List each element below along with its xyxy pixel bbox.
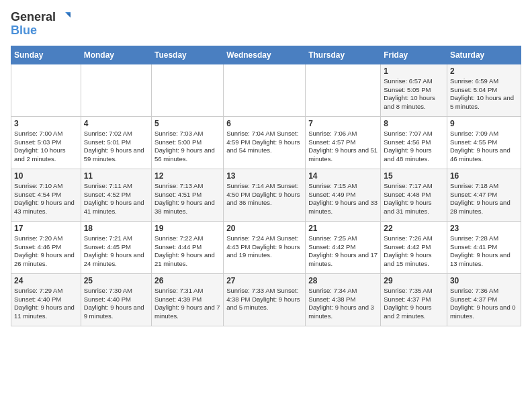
day-number: 3 (14, 119, 78, 128)
calendar-cell: 22Sunrise: 7:26 AM Sunset: 4:42 PM Dayli… (381, 221, 447, 273)
calendar-cell: 5Sunrise: 7:03 AM Sunset: 5:00 PM Daylig… (151, 116, 223, 169)
calendar-cell: 18Sunrise: 7:21 AM Sunset: 4:45 PM Dayli… (81, 221, 151, 273)
logo-text-blue: Blue (11, 24, 37, 38)
calendar-cell: 24Sunrise: 7:29 AM Sunset: 4:40 PM Dayli… (11, 273, 81, 326)
calendar-cell (11, 64, 81, 116)
calendar-cell: 21Sunrise: 7:25 AM Sunset: 4:42 PM Dayli… (306, 221, 381, 273)
day-number: 11 (84, 171, 148, 181)
day-info: Sunrise: 7:26 AM Sunset: 4:42 PM Dayligh… (384, 234, 444, 269)
day-number: 1 (384, 66, 444, 76)
day-info: Sunrise: 7:13 AM Sunset: 4:51 PM Dayligh… (154, 182, 220, 216)
calendar-body: 1Sunrise: 6:57 AM Sunset: 5:05 PM Daylig… (11, 64, 521, 326)
day-info: Sunrise: 7:18 AM Sunset: 4:47 PM Dayligh… (450, 182, 518, 216)
day-info: Sunrise: 7:11 AM Sunset: 4:52 PM Dayligh… (84, 182, 148, 216)
calendar-cell: 27Sunrise: 7:33 AM Sunset: 4:38 PM Dayli… (224, 273, 306, 326)
day-info: Sunrise: 6:57 AM Sunset: 5:05 PM Dayligh… (384, 77, 444, 111)
day-info: Sunrise: 7:33 AM Sunset: 4:38 PM Dayligh… (226, 287, 302, 312)
calendar-cell: 6Sunrise: 7:04 AM Sunset: 4:59 PM Daylig… (224, 116, 306, 169)
weekday-header-wednesday: Wednesday (224, 46, 306, 64)
day-info: Sunrise: 7:14 AM Sunset: 4:50 PM Dayligh… (226, 182, 302, 208)
calendar-cell: 23Sunrise: 7:28 AM Sunset: 4:41 PM Dayli… (447, 221, 521, 273)
day-info: Sunrise: 7:02 AM Sunset: 5:01 PM Dayligh… (84, 130, 148, 164)
logo-text-general: General (11, 11, 56, 24)
day-info: Sunrise: 7:29 AM Sunset: 4:40 PM Dayligh… (14, 287, 78, 321)
day-number: 9 (450, 119, 518, 128)
weekday-header-thursday: Thursday (306, 46, 381, 64)
day-number: 14 (308, 171, 378, 181)
day-info: Sunrise: 7:10 AM Sunset: 4:54 PM Dayligh… (14, 182, 78, 216)
weekday-header-monday: Monday (81, 46, 151, 64)
day-info: Sunrise: 7:15 AM Sunset: 4:49 PM Dayligh… (308, 182, 378, 216)
day-info: Sunrise: 7:21 AM Sunset: 4:45 PM Dayligh… (84, 234, 148, 269)
day-info: Sunrise: 7:03 AM Sunset: 5:00 PM Dayligh… (154, 130, 220, 164)
day-info: Sunrise: 7:22 AM Sunset: 4:44 PM Dayligh… (154, 234, 220, 269)
calendar-cell: 11Sunrise: 7:11 AM Sunset: 4:52 PM Dayli… (81, 169, 151, 221)
day-info: Sunrise: 7:09 AM Sunset: 4:55 PM Dayligh… (450, 130, 518, 164)
calendar-cell: 3Sunrise: 7:00 AM Sunset: 5:03 PM Daylig… (11, 116, 81, 169)
day-number: 12 (154, 171, 220, 181)
calendar-table: SundayMondayTuesdayWednesdayThursdayFrid… (11, 46, 521, 326)
calendar-cell: 14Sunrise: 7:15 AM Sunset: 4:49 PM Dayli… (306, 169, 381, 221)
calendar-cell: 29Sunrise: 7:35 AM Sunset: 4:37 PM Dayli… (381, 273, 447, 326)
calendar-week-2: 10Sunrise: 7:10 AM Sunset: 4:54 PM Dayli… (11, 169, 521, 221)
day-number: 21 (308, 224, 378, 233)
day-number: 15 (384, 171, 444, 181)
day-info: Sunrise: 6:59 AM Sunset: 5:04 PM Dayligh… (450, 77, 518, 111)
day-number: 30 (450, 276, 518, 285)
calendar-week-3: 17Sunrise: 7:20 AM Sunset: 4:46 PM Dayli… (11, 221, 521, 273)
day-number: 17 (14, 224, 78, 233)
calendar-cell: 19Sunrise: 7:22 AM Sunset: 4:44 PM Dayli… (151, 221, 223, 273)
logo-bird-icon (57, 11, 71, 24)
calendar-cell: 15Sunrise: 7:17 AM Sunset: 4:48 PM Dayli… (381, 169, 447, 221)
day-info: Sunrise: 7:31 AM Sunset: 4:39 PM Dayligh… (154, 287, 220, 321)
calendar-cell: 26Sunrise: 7:31 AM Sunset: 4:39 PM Dayli… (151, 273, 223, 326)
calendar-cell: 10Sunrise: 7:10 AM Sunset: 4:54 PM Dayli… (11, 169, 81, 221)
calendar-cell: 9Sunrise: 7:09 AM Sunset: 4:55 PM Daylig… (447, 116, 521, 169)
day-number: 5 (154, 119, 220, 128)
day-info: Sunrise: 7:07 AM Sunset: 4:56 PM Dayligh… (384, 130, 444, 164)
calendar-cell: 2Sunrise: 6:59 AM Sunset: 5:04 PM Daylig… (447, 64, 521, 116)
calendar-cell (81, 64, 151, 116)
day-number: 10 (14, 171, 78, 181)
day-number: 25 (84, 276, 148, 285)
calendar-cell: 30Sunrise: 7:36 AM Sunset: 4:37 PM Dayli… (447, 273, 521, 326)
day-number: 26 (154, 276, 220, 285)
day-info: Sunrise: 7:34 AM Sunset: 4:38 PM Dayligh… (308, 287, 378, 321)
day-number: 8 (384, 119, 444, 128)
day-number: 16 (450, 171, 518, 181)
day-number: 28 (308, 276, 378, 285)
day-number: 7 (308, 119, 378, 128)
weekday-header-friday: Friday (381, 46, 447, 64)
day-info: Sunrise: 7:28 AM Sunset: 4:41 PM Dayligh… (450, 234, 518, 269)
day-info: Sunrise: 7:20 AM Sunset: 4:46 PM Dayligh… (14, 234, 78, 269)
weekday-header-row: SundayMondayTuesdayWednesdayThursdayFrid… (11, 46, 521, 64)
day-number: 19 (154, 224, 220, 233)
calendar-cell: 7Sunrise: 7:06 AM Sunset: 4:57 PM Daylig… (306, 116, 381, 169)
logo: General Blue (11, 11, 71, 38)
day-number: 23 (450, 224, 518, 233)
header: General Blue (11, 11, 521, 38)
day-info: Sunrise: 7:36 AM Sunset: 4:37 PM Dayligh… (450, 287, 518, 321)
calendar-cell (306, 64, 381, 116)
calendar-week-1: 3Sunrise: 7:00 AM Sunset: 5:03 PM Daylig… (11, 116, 521, 169)
day-number: 24 (14, 276, 78, 285)
calendar-cell: 8Sunrise: 7:07 AM Sunset: 4:56 PM Daylig… (381, 116, 447, 169)
calendar-cell: 4Sunrise: 7:02 AM Sunset: 5:01 PM Daylig… (81, 116, 151, 169)
calendar-week-0: 1Sunrise: 6:57 AM Sunset: 5:05 PM Daylig… (11, 64, 521, 116)
day-info: Sunrise: 7:24 AM Sunset: 4:43 PM Dayligh… (226, 234, 302, 260)
day-number: 18 (84, 224, 148, 233)
weekday-header-saturday: Saturday (447, 46, 521, 64)
weekday-header-sunday: Sunday (11, 46, 81, 64)
calendar-header: SundayMondayTuesdayWednesdayThursdayFrid… (11, 46, 521, 64)
day-number: 2 (450, 66, 518, 76)
calendar-cell: 16Sunrise: 7:18 AM Sunset: 4:47 PM Dayli… (447, 169, 521, 221)
calendar-cell (224, 64, 306, 116)
day-info: Sunrise: 7:00 AM Sunset: 5:03 PM Dayligh… (14, 130, 78, 164)
calendar-cell: 12Sunrise: 7:13 AM Sunset: 4:51 PM Dayli… (151, 169, 223, 221)
calendar-cell: 25Sunrise: 7:30 AM Sunset: 4:40 PM Dayli… (81, 273, 151, 326)
day-number: 22 (384, 224, 444, 233)
day-info: Sunrise: 7:30 AM Sunset: 4:40 PM Dayligh… (84, 287, 148, 321)
calendar-cell: 20Sunrise: 7:24 AM Sunset: 4:43 PM Dayli… (224, 221, 306, 273)
calendar-cell (151, 64, 223, 116)
day-number: 20 (226, 224, 302, 233)
